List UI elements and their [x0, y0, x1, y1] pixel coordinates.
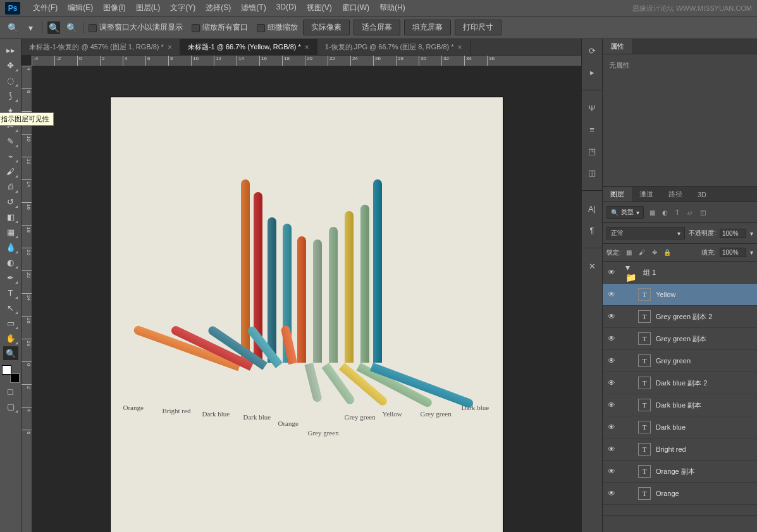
eraser-tool[interactable]: ◧ — [3, 210, 18, 224]
opt-button[interactable]: 打印尺寸 — [455, 20, 502, 35]
menu-3D(D)[interactable]: 3D(D) — [271, 0, 302, 16]
menu-视图(V)[interactable]: 视图(V) — [302, 0, 337, 16]
layer-row[interactable]: 👁▾ 📁组 1 — [603, 262, 757, 284]
opt-button[interactable]: 适合屏幕 — [354, 20, 400, 35]
gradient-tool[interactable]: ▦ — [3, 225, 18, 239]
swatches-panel-icon[interactable]: ◫ — [586, 166, 598, 179]
tab-properties[interactable]: 属性 — [603, 39, 632, 54]
document-tab[interactable]: 未标题-1-恢复的 @ 457% (图层 1, RGB/8) *× — [22, 39, 180, 55]
menu-滤镜(T)[interactable]: 滤镜(T) — [236, 0, 271, 16]
shape-tool[interactable]: ▭ — [3, 316, 18, 330]
lock-position-icon[interactable]: ✥ — [650, 248, 659, 257]
tab-图层[interactable]: 图层 — [603, 187, 632, 202]
layer-row[interactable]: 👁TDark blue 副本 2 — [603, 372, 757, 394]
hand-tool[interactable]: ✋ — [3, 331, 18, 345]
checkbox[interactable] — [89, 24, 97, 32]
visibility-icon[interactable]: 👁 — [603, 334, 620, 343]
visibility-icon[interactable]: 👁 — [603, 268, 620, 277]
foreground-color[interactable] — [2, 365, 11, 375]
menu-帮助(H)[interactable]: 帮助(H) — [374, 0, 410, 16]
filter-adjust-icon[interactable]: ◐ — [660, 208, 669, 217]
filter-smart-icon[interactable]: ◫ — [698, 208, 707, 217]
document-tab[interactable]: 未标题-1 @ 66.7% (Yellow, RGB/8) *× — [180, 39, 317, 55]
screenmode-tool[interactable]: ▢ — [3, 399, 18, 413]
quickmask-tool[interactable]: ◻ — [3, 384, 18, 398]
heal-tool[interactable]: ⌁ — [3, 149, 18, 163]
opt-button[interactable]: 实际像素 — [303, 20, 350, 35]
styles-panel-icon[interactable]: ◳ — [586, 145, 598, 157]
menu-编辑(E)[interactable]: 编辑(E) — [63, 0, 98, 16]
menu-文字(Y)[interactable]: 文字(Y) — [165, 0, 200, 16]
opt-button[interactable]: 填充屏幕 — [404, 20, 451, 35]
layer-row[interactable]: 👁TOrange — [603, 483, 757, 505]
layer-row[interactable]: 👁TBright red — [603, 438, 757, 461]
char-panel-icon[interactable]: A| — [586, 202, 598, 215]
artboard[interactable]: OrangeBright redDark blueDark blueOrange… — [111, 97, 503, 532]
menu-窗口(W)[interactable]: 窗口(W) — [337, 0, 374, 16]
blur-tool[interactable]: 💧 — [3, 240, 18, 254]
actions-panel-icon[interactable]: ▸ — [586, 66, 598, 78]
tab-通道[interactable]: 通道 — [632, 187, 661, 202]
marquee-tool[interactable]: ◌ — [3, 73, 18, 87]
lasso-tool[interactable]: ⟆ — [3, 88, 18, 102]
menu-图层(L)[interactable]: 图层(L) — [131, 0, 166, 16]
layer-row[interactable]: 👁TDark blue 副本 — [603, 394, 757, 416]
paragraph-panel-icon[interactable]: ≡ — [586, 123, 598, 136]
zoom-tool[interactable]: 🔍 — [3, 346, 18, 360]
layer-row[interactable]: 👁TDark blue — [603, 416, 757, 438]
visibility-icon[interactable]: 👁 — [603, 312, 620, 321]
background-color[interactable] — [10, 373, 20, 383]
close-icon[interactable]: × — [305, 43, 309, 52]
visibility-icon[interactable]: 👁 — [603, 356, 620, 365]
layer-kind-dropdown[interactable]: 🔍 类型 ▾ — [606, 206, 644, 219]
menu-文件(F)[interactable]: 文件(F) — [28, 0, 63, 16]
eyedropper-tool[interactable]: ✎ — [3, 134, 18, 148]
blend-mode-dropdown[interactable]: 正常 ▾ — [606, 227, 685, 239]
tab-路径[interactable]: 路径 — [661, 187, 690, 202]
dodge-tool[interactable]: ◐ — [3, 255, 18, 269]
layer-row[interactable]: 👁TOrange 副本 — [603, 461, 757, 483]
path-tool[interactable]: ↖ — [3, 301, 18, 315]
lock-pixels-icon[interactable]: 🖌 — [637, 248, 646, 257]
layer-row[interactable]: 👁TGrey green 副本 2 — [603, 306, 757, 328]
opacity-input[interactable]: 100% — [720, 229, 746, 238]
close-icon[interactable]: × — [168, 43, 172, 52]
filter-type-icon[interactable]: T — [673, 208, 682, 217]
brush-tool[interactable]: 🖌 — [3, 164, 18, 178]
visibility-icon[interactable]: 👁 — [603, 290, 620, 299]
visibility-icon[interactable]: 👁 — [603, 489, 620, 498]
move-tool[interactable]: ✥ — [3, 58, 18, 72]
visibility-icon[interactable]: 👁 — [603, 445, 620, 454]
fill-input[interactable]: 100% — [720, 248, 746, 257]
canvas-background[interactable]: OrangeBright redDark blueDark blueOrange… — [32, 66, 581, 532]
zoom-in-icon[interactable]: 🔍 — [47, 21, 60, 34]
dropdown-icon[interactable]: ▾ — [24, 21, 37, 34]
checkbox[interactable] — [257, 24, 265, 32]
history-brush-tool[interactable]: ↺ — [3, 195, 18, 209]
visibility-icon[interactable]: 👁 — [603, 467, 620, 476]
filter-shape-icon[interactable]: ▱ — [686, 208, 694, 217]
checkbox[interactable] — [192, 24, 200, 32]
document-tab[interactable]: 1-恢复的.JPG @ 66.7% (图层 8, RGB/8) *× — [317, 39, 471, 55]
close-icon[interactable]: × — [458, 43, 462, 52]
lock-transparent-icon[interactable]: ▦ — [625, 248, 634, 257]
type-tool[interactable]: T — [3, 286, 18, 299]
tab-3D[interactable]: 3D — [690, 187, 714, 202]
lock-all-icon[interactable]: 🔒 — [663, 248, 672, 257]
layer-row[interactable]: 👁TYellow — [603, 284, 757, 306]
character-panel-icon[interactable]: Ψ — [586, 102, 598, 114]
color-swatches[interactable] — [2, 365, 20, 383]
layer-row[interactable]: 👁TGrey green — [603, 350, 757, 372]
para-panel-icon[interactable]: ¶ — [586, 224, 598, 236]
visibility-icon[interactable]: 👁 — [603, 423, 620, 432]
menu-图像(I)[interactable]: 图像(I) — [98, 0, 130, 16]
adjustments-panel-icon[interactable]: ✕ — [586, 260, 598, 272]
layer-row[interactable]: 👁TGrey green 副本 — [603, 328, 757, 350]
menu-选择(S)[interactable]: 选择(S) — [200, 0, 236, 16]
stamp-tool[interactable]: ⎙ — [3, 179, 18, 193]
history-panel-icon[interactable]: ⟳ — [586, 44, 598, 57]
filter-pixel-icon[interactable]: ▦ — [648, 208, 656, 217]
visibility-icon[interactable]: 👁 — [603, 378, 620, 387]
tool-collapse-icon[interactable]: ▸▸ — [3, 43, 18, 57]
zoom-out-icon[interactable]: 🔍 — [65, 21, 78, 34]
